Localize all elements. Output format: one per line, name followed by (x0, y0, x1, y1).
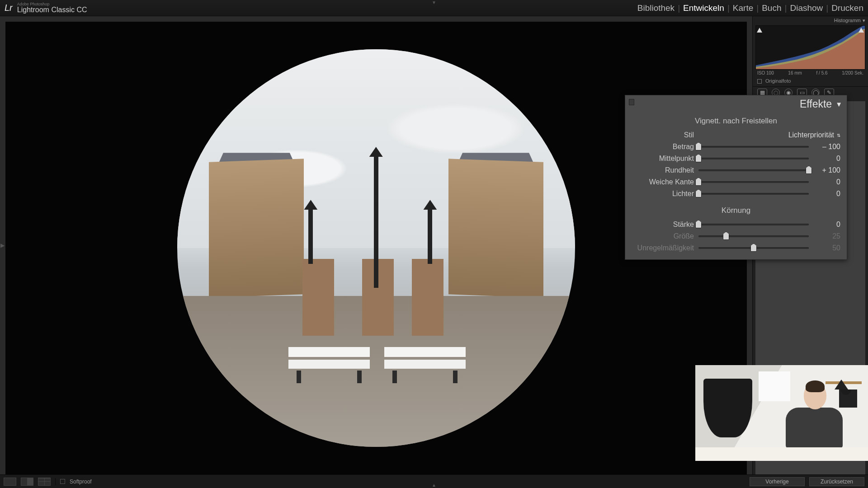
module-print[interactable]: Drucken (831, 3, 863, 13)
vignette-slider-row: Rundheit+ 100 (632, 164, 840, 176)
compare-view-icon[interactable] (21, 478, 33, 486)
vignette-style-select[interactable]: Lichterpriorität ⇅ (698, 131, 840, 139)
module-library[interactable]: Bibliothek (637, 3, 675, 13)
vignette-heading: Vignett. nach Freistellen (632, 115, 840, 129)
vignette-slider[interactable] (698, 191, 809, 197)
separator (55, 478, 56, 485)
slider-value[interactable]: – 100 (813, 143, 840, 151)
vignette-slider-row: Betrag– 100 (632, 141, 840, 153)
updown-icon: ⇅ (837, 133, 840, 138)
module-slideshow[interactable]: Diashow (790, 3, 823, 13)
meta-focal: 16 mm (788, 70, 802, 75)
module-book[interactable]: Buch (762, 3, 781, 13)
vignette-slider-row: Mittelpunkt0 (632, 153, 840, 164)
module-switcher: Bibliothek| Entwickeln| Karte| Buch| Dia… (637, 3, 863, 13)
loupe-view-icon[interactable] (4, 478, 16, 486)
slider-value[interactable]: 0 (813, 155, 840, 163)
grain-slider (698, 245, 809, 251)
panel-expand-top-icon[interactable]: ▼ (432, 0, 436, 5)
grain-slider[interactable] (698, 221, 809, 228)
style-label: Stil (632, 131, 694, 139)
svg-marker-0 (757, 28, 762, 33)
effects-panel: Effekte ▼ Vignett. nach Freistellen Stil… (625, 95, 847, 260)
app-logo-icon: Lr (5, 3, 13, 13)
reset-button[interactable]: Zurücksetzen (809, 477, 864, 486)
workarea: ▶ Histogramm ▾ (0, 16, 868, 474)
histogram[interactable] (755, 25, 865, 70)
grain-heading: Körnung (632, 204, 840, 219)
slider-value[interactable]: 0 (813, 190, 840, 198)
grain-slider (698, 233, 809, 239)
slider-label: Stärke (632, 221, 694, 229)
previous-button[interactable]: Vorherige (750, 477, 805, 486)
softproof-label[interactable]: Softproof (70, 479, 92, 485)
survey-view-icon[interactable] (38, 478, 51, 486)
slider-value[interactable]: 0 (813, 221, 840, 229)
vignette-slider[interactable] (698, 155, 809, 162)
vignette-slider[interactable] (698, 179, 809, 185)
brand-title: Lightroom Classic CC (17, 6, 87, 14)
vignette-slider[interactable] (698, 144, 809, 150)
softproof-checkbox[interactable] (60, 479, 65, 484)
slider-label: Betrag (632, 143, 694, 151)
vignette-slider-row: Weiche Kante0 (632, 176, 840, 188)
vignette-style-row: Stil Lichterpriorität ⇅ (632, 129, 840, 141)
module-map[interactable]: Karte (733, 3, 753, 13)
chevron-down-icon[interactable]: ▼ (835, 100, 842, 108)
meta-shutter: 1/200 Sek. (842, 70, 863, 75)
slider-label: Größe (632, 232, 694, 240)
original-checkbox[interactable] (757, 79, 762, 84)
slider-label: Lichter (632, 190, 694, 198)
slider-value[interactable]: 25 (813, 232, 840, 240)
grain-slider-row: Unregelmäßigkeit50 (632, 242, 840, 254)
slider-label: Weiche Kante (632, 178, 694, 186)
slider-label: Rundheit (632, 166, 694, 174)
slider-label: Mittelpunkt (632, 155, 694, 163)
chevron-down-icon[interactable]: ▾ (863, 18, 865, 23)
histogram-title[interactable]: Histogramm (834, 18, 861, 23)
bottombar: Softproof ▲ Vorherige Zurücksetzen (0, 474, 868, 488)
slider-label: Unregelmäßigkeit (632, 244, 694, 252)
slider-value[interactable]: + 100 (813, 166, 840, 174)
histogram-meta: ISO 100 16 mm f / 5.6 1/200 Sek. (753, 70, 868, 76)
grain-slider-row: Stärke0 (632, 219, 840, 230)
titlebar: ▼ Lr Adobe Photoshop Lightroom Classic C… (0, 0, 868, 16)
preview-image (177, 49, 575, 447)
meta-aperture: f / 5.6 (816, 70, 828, 75)
panel-expand-bottom-icon[interactable]: ▲ (432, 483, 436, 488)
meta-iso: ISO 100 (757, 70, 774, 75)
webcam-overlay (695, 365, 868, 461)
panel-toggle-switch[interactable] (629, 99, 634, 105)
effects-panel-title[interactable]: Effekte (800, 98, 832, 110)
slider-value[interactable]: 0 (813, 178, 840, 186)
slider-value[interactable]: 50 (813, 244, 840, 252)
vignette-slider-row: Lichter0 (632, 188, 840, 200)
vignette-slider[interactable] (698, 167, 809, 174)
original-label[interactable]: Originalfoto (765, 78, 791, 84)
grain-slider-row: Größe25 (632, 230, 840, 242)
panel-expand-left-icon[interactable]: ▶ (0, 242, 5, 249)
module-develop[interactable]: Entwickeln (683, 3, 724, 13)
